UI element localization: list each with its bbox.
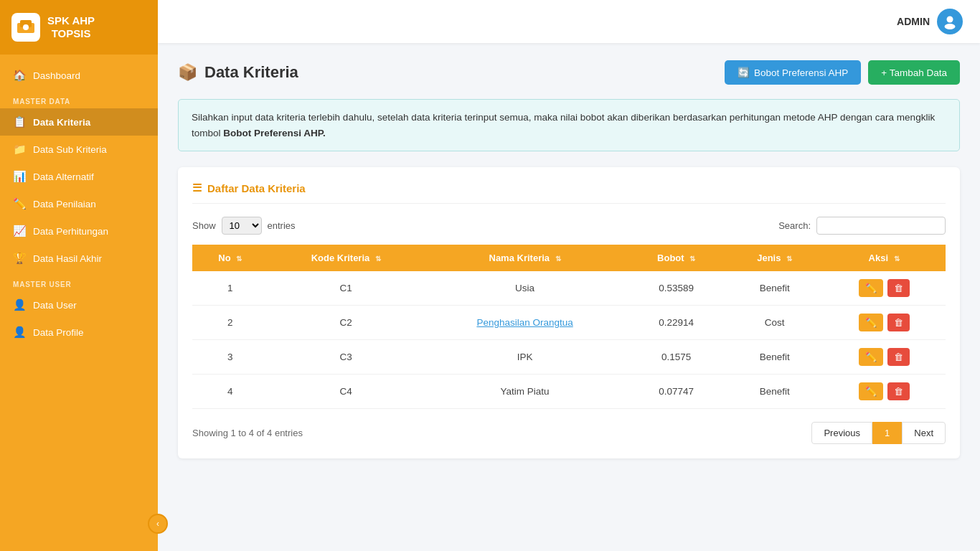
cell-no: 1 bbox=[192, 271, 268, 306]
cell-kode: C3 bbox=[268, 340, 424, 375]
page-title: 📦 Data Kriteria bbox=[178, 63, 298, 82]
sidebar-item-label: Data Hasil Akhir bbox=[33, 253, 102, 264]
avatar bbox=[937, 9, 963, 34]
cell-kode: C2 bbox=[268, 306, 424, 340]
col-header-jenis: Jenis ⇅ bbox=[727, 245, 822, 271]
delete-button[interactable]: 🗑 bbox=[887, 382, 910, 400]
sidebar-collapse-button[interactable]: ‹ bbox=[148, 514, 168, 534]
bobot-btn-label: Bobot Preferensi AHP bbox=[754, 67, 848, 78]
sidebar-item-data-hasil-akhir[interactable]: 🏆 Data Hasil Akhir bbox=[0, 245, 158, 272]
col-header-kode-kriteria: Kode Kriteria ⇅ bbox=[268, 245, 424, 271]
cell-no: 2 bbox=[192, 306, 268, 340]
header-buttons: 🔄 Bobot Preferensi AHP + Tambah Data bbox=[725, 60, 960, 85]
page-header: 📦 Data Kriteria 🔄 Bobot Preferensi AHP +… bbox=[178, 60, 960, 85]
data-sub-kriteria-icon: 📁 bbox=[13, 143, 26, 156]
cell-aksi: ✏️ 🗑 bbox=[822, 306, 946, 340]
sidebar-item-dashboard[interactable]: 🏠 Dashboard bbox=[0, 62, 158, 89]
page-title-text: Data Kriteria bbox=[204, 63, 298, 82]
sidebar-item-data-alternatif[interactable]: 📊 Data Alternatif bbox=[0, 163, 158, 190]
bobot-preferensi-button[interactable]: 🔄 Bobot Preferensi AHP bbox=[725, 60, 861, 85]
data-kriteria-table: No ⇅ Kode Kriteria ⇅ Nama Kriteria ⇅ Bob… bbox=[192, 245, 946, 409]
sidebar-item-data-kriteria[interactable]: 📋 Data Kriteria bbox=[0, 108, 158, 136]
table-row: 1C1Usia0.53589Benefit ✏️ 🗑 bbox=[192, 271, 946, 306]
sidebar-item-label: Data Kriteria bbox=[33, 117, 90, 128]
data-hasil-akhir-icon: 🏆 bbox=[13, 252, 26, 265]
info-box: Silahkan input data kriteria terlebih da… bbox=[178, 99, 960, 151]
col-header-nama-kriteria: Nama Kriteria ⇅ bbox=[424, 245, 626, 271]
cell-jenis: Cost bbox=[727, 306, 822, 340]
sidebar-item-data-sub-kriteria[interactable]: 📁 Data Sub Kriteria bbox=[0, 136, 158, 163]
data-kriteria-icon: 📋 bbox=[13, 116, 26, 128]
svg-point-2 bbox=[23, 24, 29, 30]
action-buttons: ✏️ 🗑 bbox=[832, 382, 936, 400]
content-area: 📦 Data Kriteria 🔄 Bobot Preferensi AHP +… bbox=[158, 43, 980, 551]
card-title-text: Daftar Data Kriteria bbox=[207, 182, 306, 194]
cell-bobot: 0.07747 bbox=[626, 375, 727, 409]
page-title-icon: 📦 bbox=[178, 63, 197, 82]
sidebar-nav: 🏠 Dashboard MASTER DATA 📋 Data Kriteria … bbox=[0, 55, 158, 551]
sidebar-item-label: Data User bbox=[33, 300, 77, 311]
search-box: Search: bbox=[778, 217, 946, 235]
card-title-icon: ☰ bbox=[192, 182, 202, 194]
cell-bobot: 0.22914 bbox=[626, 306, 727, 340]
cell-jenis: Benefit bbox=[727, 375, 822, 409]
cell-no: 3 bbox=[192, 340, 268, 375]
data-penilaian-icon: ✏️ bbox=[13, 197, 26, 210]
app-title: SPK AHP TOPSIS bbox=[47, 14, 95, 40]
info-bold: Bobot Preferensi AHP. bbox=[223, 128, 326, 138]
app-logo-icon bbox=[11, 13, 40, 42]
previous-button[interactable]: Previous bbox=[811, 422, 872, 444]
cell-nama: Usia bbox=[424, 271, 626, 306]
action-buttons: ✏️ 🗑 bbox=[832, 348, 936, 366]
sidebar-item-label: Data Alternatif bbox=[33, 171, 94, 182]
master-data-label: MASTER DATA bbox=[0, 89, 158, 108]
data-kriteria-card: ☰ Daftar Data Kriteria Show 10 25 50 100… bbox=[178, 167, 960, 458]
cell-kode: C1 bbox=[268, 271, 424, 306]
sidebar-item-data-user[interactable]: 👤 Data User bbox=[0, 291, 158, 319]
edit-button[interactable]: ✏️ bbox=[859, 314, 883, 331]
sidebar-item-data-penilaian[interactable]: ✏️ Data Penilaian bbox=[0, 190, 158, 217]
table-controls: Show 10 25 50 100 entries Search: bbox=[192, 217, 946, 235]
delete-button[interactable]: 🗑 bbox=[887, 314, 910, 331]
table-row: 2C2Penghasilan Orangtua0.22914Cost ✏️ 🗑 bbox=[192, 306, 946, 340]
action-buttons: ✏️ 🗑 bbox=[832, 279, 936, 297]
delete-button[interactable]: 🗑 bbox=[887, 279, 910, 297]
edit-button[interactable]: ✏️ bbox=[859, 382, 883, 400]
card-title: ☰ Daftar Data Kriteria bbox=[192, 182, 946, 204]
edit-button[interactable]: ✏️ bbox=[859, 348, 883, 366]
data-profile-icon: 👤 bbox=[13, 326, 26, 339]
cell-bobot: 0.1575 bbox=[626, 340, 727, 375]
entries-select[interactable]: 10 25 50 100 bbox=[222, 217, 262, 235]
table-row: 4C4Yatim Piatu0.07747Benefit ✏️ 🗑 bbox=[192, 375, 946, 409]
data-alternatif-icon: 📊 bbox=[13, 170, 26, 183]
cell-aksi: ✏️ 🗑 bbox=[822, 340, 946, 375]
sidebar-item-label: Data Penilaian bbox=[33, 199, 96, 209]
show-entries-control: Show 10 25 50 100 entries bbox=[192, 217, 296, 235]
cell-no: 4 bbox=[192, 375, 268, 409]
page-1-button[interactable]: 1 bbox=[872, 422, 902, 444]
search-label: Search: bbox=[778, 220, 811, 231]
svg-point-3 bbox=[947, 17, 953, 23]
topbar-username: ADMIN bbox=[897, 16, 930, 27]
entries-label: entries bbox=[268, 220, 296, 231]
next-button[interactable]: Next bbox=[902, 422, 946, 444]
refresh-icon: 🔄 bbox=[738, 67, 750, 78]
tambah-data-button[interactable]: + Tambah Data bbox=[868, 60, 960, 85]
sidebar-item-data-profile[interactable]: 👤 Data Profile bbox=[0, 319, 158, 346]
sidebar-item-data-perhitungan[interactable]: 📈 Data Perhitungan bbox=[0, 217, 158, 245]
cell-nama[interactable]: Penghasilan Orangtua bbox=[424, 306, 626, 340]
col-header-no: No ⇅ bbox=[192, 245, 268, 271]
delete-button[interactable]: 🗑 bbox=[887, 348, 910, 366]
table-row: 3C3IPK0.1575Benefit ✏️ 🗑 bbox=[192, 340, 946, 375]
data-perhitungan-icon: 📈 bbox=[13, 225, 26, 237]
nama-link[interactable]: Penghasilan Orangtua bbox=[476, 317, 573, 328]
cell-aksi: ✏️ 🗑 bbox=[822, 375, 946, 409]
edit-button[interactable]: ✏️ bbox=[859, 279, 883, 297]
tambah-btn-label: + Tambah Data bbox=[881, 67, 947, 78]
search-input[interactable] bbox=[816, 217, 946, 235]
cell-aksi: ✏️ 🗑 bbox=[822, 271, 946, 306]
cell-nama: IPK bbox=[424, 340, 626, 375]
cell-jenis: Benefit bbox=[727, 271, 822, 306]
show-label: Show bbox=[192, 220, 216, 231]
cell-nama: Yatim Piatu bbox=[424, 375, 626, 409]
